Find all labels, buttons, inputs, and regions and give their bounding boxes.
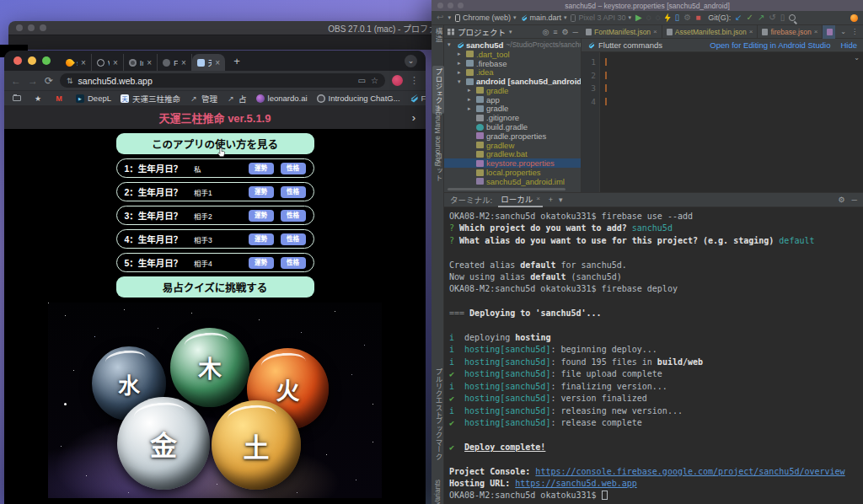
project-tree-item[interactable]: ▸ .idea [444, 67, 581, 77]
ide-titlebar[interactable]: sanchu5d – keystore.properties [sanchu5d… [432, 0, 863, 11]
project-tree-item[interactable]: ▸ gradle [444, 86, 581, 95]
editor-tab[interactable]: firebase.json × [758, 25, 823, 39]
browser-tab[interactable]: 天運三柱推命 × [192, 54, 225, 71]
terminal-settings-gear-icon[interactable]: ⚙ [839, 196, 845, 204]
tab-close-icon[interactable]: × [81, 58, 86, 67]
chrome-menu-icon[interactable]: ⋮ [410, 75, 419, 86]
editor-options-icon[interactable]: ⋮ [851, 28, 858, 35]
tab-close-icon[interactable]: × [653, 28, 657, 35]
tool-window-button[interactable]: プルリクエスト [432, 366, 444, 421]
hide-panel-icon[interactable]: ─ [573, 28, 578, 36]
attach-debugger-icon[interactable]: ⚙ [683, 13, 691, 22]
terminal-tab-close-icon[interactable]: × [536, 195, 540, 202]
tool-window-button[interactable]: ブックマーク [432, 415, 444, 463]
site-settings-icon[interactable]: ⇅ [67, 77, 73, 85]
birthdate-row[interactable]: 2：生年月日？ 相手1 運勢 性格 [116, 182, 314, 201]
git-push-icon[interactable]: ↗ [758, 13, 764, 22]
project-tree-item[interactable]: gradle.properties [444, 131, 581, 141]
project-panel-title[interactable]: プロジェクト [458, 26, 506, 38]
tree-expand-icon[interactable]: ▸ [458, 69, 464, 76]
birthdate-row[interactable]: 4：生年月日？ 相手3 運勢 性格 [116, 229, 314, 249]
new-terminal-icon[interactable]: + [549, 196, 553, 204]
editor-tab[interactable]: AssetManifest.bin.json × [662, 25, 758, 39]
project-tree-item[interactable]: .gitignore [444, 113, 581, 122]
editor-scroll-chevron[interactable]: ⌄ [854, 54, 860, 62]
project-tree-item[interactable]: ▸ app [444, 95, 581, 105]
tree-expand-icon[interactable]: ▸ [468, 105, 474, 112]
tab-close-icon[interactable]: × [215, 58, 220, 67]
bookmark-item[interactable]: Flutter [410, 94, 426, 103]
browser-tab[interactable]: Firebase イン × [158, 54, 192, 71]
bookmark-item[interactable]: 管理 [190, 93, 217, 105]
project-tree-item[interactable]: ▸ .firebase [444, 59, 581, 68]
terminal-tab-local[interactable]: ローカル × [498, 193, 543, 207]
git-update-icon[interactable]: ↙ [735, 13, 742, 22]
terminal-output[interactable]: OKA08-M2:sanchu5d okatoku331$ firebase u… [444, 207, 863, 504]
bookmark-item[interactable]: 占 [227, 93, 247, 105]
tab-close-icon[interactable]: × [749, 28, 753, 35]
bookmark-item[interactable] [34, 94, 46, 103]
birthdate-row[interactable]: 5：生年月日？ 相手4 運勢 性格 [116, 253, 314, 272]
hot-reload-icon[interactable] [665, 13, 671, 23]
personality-button[interactable]: 性格 [281, 163, 306, 174]
toolbar-undo-icon[interactable]: ↩ [437, 13, 443, 22]
fortune-button[interactable]: 運勢 [249, 163, 274, 174]
fortune-button[interactable]: 運勢 [249, 186, 274, 198]
help-button[interactable]: このアプリの使い方を見る [116, 133, 314, 154]
project-tree-item[interactable]: sanchu5d_android.iml [444, 177, 581, 186]
project-tree-item[interactable]: ▸ .dart_tool [444, 50, 581, 59]
profile-avatar[interactable] [392, 75, 403, 86]
editor-tab[interactable]: keystore.properties × [823, 25, 835, 39]
tree-expand-icon[interactable]: ▾ [458, 78, 464, 85]
personality-button[interactable]: 性格 [281, 257, 306, 269]
quiz-button[interactable]: 易占クイズに挑戦する [116, 276, 314, 298]
tool-window-button[interactable]: コミット [432, 150, 444, 184]
settings-gear-icon[interactable]: ⚙ [562, 28, 569, 36]
collapse-all-icon[interactable]: ≡ [553, 28, 557, 36]
address-bar[interactable]: ⇅ sanchu5d.web.app ▭ ☆ [60, 73, 385, 88]
locate-icon[interactable]: ◎ [542, 28, 549, 36]
tree-scrollbar[interactable] [448, 188, 566, 190]
personality-button[interactable]: 性格 [281, 233, 306, 245]
device-manager-icon[interactable]: ▯ [780, 13, 785, 22]
cast-icon[interactable]: ▭ [358, 76, 366, 85]
project-tree-item[interactable]: local.properties [444, 168, 581, 177]
back-icon[interactable]: ← [11, 76, 21, 86]
tab-search-button[interactable]: ⌄ [405, 55, 417, 67]
run-button[interactable]: ▶ [635, 13, 642, 22]
fortune-button[interactable]: 運勢 [249, 257, 274, 269]
project-tree-item[interactable]: gradlew.bat [444, 150, 581, 159]
editor-tab[interactable]: FontManifest.json × [582, 25, 662, 39]
chevron-down-icon[interactable]: ▾ [509, 29, 512, 35]
tab-close-icon[interactable]: × [814, 28, 818, 35]
browser-tab[interactable]: Welcome to × [92, 54, 124, 71]
birthdate-row[interactable]: 3：生年月日？ 相手2 運勢 性格 [116, 206, 314, 225]
tree-expand-icon[interactable]: ▸ [468, 87, 474, 94]
personality-button[interactable]: 性格 [281, 186, 306, 198]
tab-close-icon[interactable]: × [113, 58, 118, 67]
browser-tab[interactable]: Introducing C × [124, 54, 158, 71]
browser-tab[interactable]: sanchu5d - × [61, 54, 92, 71]
device-mirror-icon[interactable]: ▯ [675, 13, 680, 22]
forward-icon[interactable]: → [28, 76, 38, 86]
chevron-down-icon[interactable]: ⌄ [840, 28, 846, 35]
git-commit-icon[interactable]: ✓ [747, 13, 753, 22]
tree-expand-icon[interactable]: ▸ [458, 51, 464, 57]
fortune-button[interactable]: 運勢 [249, 210, 274, 222]
run-config-selector[interactable]: main.dart ▾ [520, 13, 566, 22]
project-tree-item[interactable]: ▸ gradle [444, 105, 581, 114]
project-tree-item[interactable]: ▾ sanchu5d ~/StudioProjects/sanchu5 [444, 40, 581, 50]
bookmark-star-icon[interactable]: ☆ [371, 76, 378, 85]
bookmark-item[interactable] [13, 95, 24, 101]
stop-button[interactable]: ■ [695, 13, 700, 22]
terminal-hide-icon[interactable]: ─ [852, 196, 857, 204]
bookmark-item[interactable]: DeepL [76, 94, 111, 103]
project-tree-item[interactable]: build.gradle [444, 122, 581, 131]
bookmark-item[interactable]: leonardo.ai [256, 94, 308, 103]
search-everywhere-icon[interactable] [789, 14, 796, 21]
new-tab-button[interactable]: + [233, 55, 240, 67]
hide-link[interactable]: Hide [840, 40, 857, 50]
device-selector[interactable]: Chrome (web) ▾ [455, 13, 517, 22]
terminal-dropdown-icon[interactable]: ▾ [559, 196, 563, 204]
editor-area[interactable]: 1234 ⌄ [582, 52, 863, 192]
